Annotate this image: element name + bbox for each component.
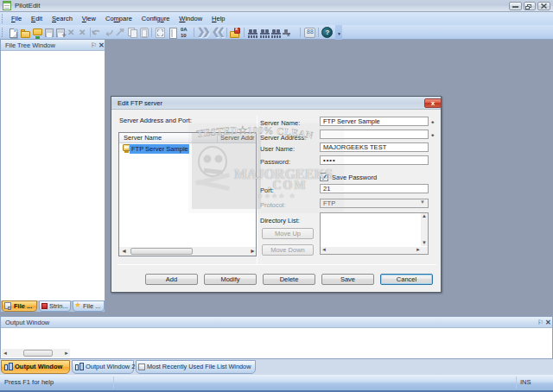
svg-text:TESTED★100% CLEAN: TESTED★100% CLEAN [196,124,315,140]
